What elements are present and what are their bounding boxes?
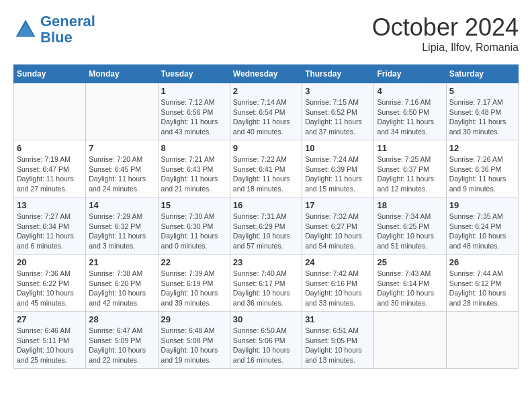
calendar-cell: 7Sunrise: 7:20 AM Sunset: 6:45 PM Daylig… <box>86 140 158 197</box>
calendar-cell: 31Sunrise: 6:51 AM Sunset: 5:05 PM Dayli… <box>302 312 374 369</box>
day-info: Sunrise: 7:27 AM Sunset: 6:34 PM Dayligh… <box>17 212 83 251</box>
calendar-cell <box>446 312 518 369</box>
logo: General Blue <box>13 13 95 46</box>
day-number: 17 <box>305 200 371 210</box>
calendar-cell: 30Sunrise: 6:50 AM Sunset: 5:06 PM Dayli… <box>230 312 302 369</box>
day-number: 2 <box>233 86 299 96</box>
day-info: Sunrise: 6:50 AM Sunset: 5:06 PM Dayligh… <box>233 326 299 365</box>
day-info: Sunrise: 7:43 AM Sunset: 6:14 PM Dayligh… <box>377 269 443 308</box>
day-number: 24 <box>305 257 371 267</box>
calendar-week-row: 13Sunrise: 7:27 AM Sunset: 6:34 PM Dayli… <box>14 197 519 255</box>
weekday-header: Tuesday <box>158 65 230 83</box>
day-number: 16 <box>233 200 299 210</box>
day-number: 14 <box>89 200 154 210</box>
day-info: Sunrise: 6:47 AM Sunset: 5:09 PM Dayligh… <box>89 326 154 365</box>
day-number: 29 <box>161 314 227 324</box>
day-info: Sunrise: 7:25 AM Sunset: 6:37 PM Dayligh… <box>377 154 443 194</box>
day-info: Sunrise: 6:51 AM Sunset: 5:05 PM Dayligh… <box>305 326 371 365</box>
day-info: Sunrise: 7:26 AM Sunset: 6:36 PM Dayligh… <box>449 154 515 194</box>
calendar-cell: 3Sunrise: 7:15 AM Sunset: 6:52 PM Daylig… <box>302 83 374 140</box>
calendar-cell: 28Sunrise: 6:47 AM Sunset: 5:09 PM Dayli… <box>86 312 158 369</box>
day-number: 5 <box>449 86 515 96</box>
weekday-header-row: SundayMondayTuesdayWednesdayThursdayFrid… <box>14 65 519 83</box>
day-number: 19 <box>449 200 515 210</box>
day-info: Sunrise: 7:38 AM Sunset: 6:20 PM Dayligh… <box>89 269 154 308</box>
day-info: Sunrise: 7:24 AM Sunset: 6:39 PM Dayligh… <box>305 154 371 194</box>
calendar-cell: 8Sunrise: 7:21 AM Sunset: 6:43 PM Daylig… <box>158 140 230 197</box>
calendar-cell <box>14 83 86 140</box>
day-info: Sunrise: 7:16 AM Sunset: 6:50 PM Dayligh… <box>377 97 443 137</box>
calendar-cell: 16Sunrise: 7:31 AM Sunset: 6:29 PM Dayli… <box>230 197 302 255</box>
month-title: October 2024 <box>372 13 519 42</box>
calendar-week-row: 6Sunrise: 7:19 AM Sunset: 6:47 PM Daylig… <box>14 140 519 197</box>
day-number: 9 <box>233 143 299 153</box>
calendar-cell: 11Sunrise: 7:25 AM Sunset: 6:37 PM Dayli… <box>374 140 446 197</box>
day-number: 31 <box>305 314 371 324</box>
day-number: 20 <box>17 257 83 267</box>
day-number: 6 <box>17 143 83 153</box>
day-number: 26 <box>449 257 515 267</box>
day-info: Sunrise: 7:15 AM Sunset: 6:52 PM Dayligh… <box>305 97 371 137</box>
weekday-header: Saturday <box>446 65 518 83</box>
day-info: Sunrise: 7:36 AM Sunset: 6:22 PM Dayligh… <box>17 269 83 308</box>
day-info: Sunrise: 7:20 AM Sunset: 6:45 PM Dayligh… <box>89 154 154 194</box>
day-info: Sunrise: 7:21 AM Sunset: 6:43 PM Dayligh… <box>161 154 227 194</box>
day-number: 28 <box>89 314 154 324</box>
calendar-cell: 12Sunrise: 7:26 AM Sunset: 6:36 PM Dayli… <box>446 140 518 197</box>
calendar-week-row: 27Sunrise: 6:46 AM Sunset: 5:11 PM Dayli… <box>14 312 519 369</box>
title-area: October 2024 Lipia, Ilfov, Romania <box>372 13 519 54</box>
day-info: Sunrise: 7:12 AM Sunset: 6:56 PM Dayligh… <box>161 97 227 137</box>
day-number: 22 <box>161 257 227 267</box>
calendar-cell: 14Sunrise: 7:29 AM Sunset: 6:32 PM Dayli… <box>86 197 158 255</box>
day-number: 27 <box>17 314 83 324</box>
calendar-cell: 23Sunrise: 7:40 AM Sunset: 6:17 PM Dayli… <box>230 255 302 312</box>
day-info: Sunrise: 7:35 AM Sunset: 6:24 PM Dayligh… <box>449 212 515 251</box>
calendar-cell: 26Sunrise: 7:44 AM Sunset: 6:12 PM Dayli… <box>446 255 518 312</box>
day-info: Sunrise: 7:31 AM Sunset: 6:29 PM Dayligh… <box>233 212 299 251</box>
calendar-cell: 20Sunrise: 7:36 AM Sunset: 6:22 PM Dayli… <box>14 255 86 312</box>
day-info: Sunrise: 7:30 AM Sunset: 6:30 PM Dayligh… <box>161 212 227 251</box>
calendar-cell: 15Sunrise: 7:30 AM Sunset: 6:30 PM Dayli… <box>158 197 230 255</box>
calendar-cell: 5Sunrise: 7:17 AM Sunset: 6:48 PM Daylig… <box>446 83 518 140</box>
header: General Blue October 2024 Lipia, Ilfov, … <box>13 13 519 54</box>
logo-line2: Blue <box>40 29 73 46</box>
day-info: Sunrise: 7:39 AM Sunset: 6:19 PM Dayligh… <box>161 269 227 308</box>
location-title: Lipia, Ilfov, Romania <box>372 42 519 54</box>
calendar-cell: 13Sunrise: 7:27 AM Sunset: 6:34 PM Dayli… <box>14 197 86 255</box>
svg-marker-1 <box>17 24 34 37</box>
logo-line1: General <box>40 13 95 30</box>
day-number: 3 <box>305 86 371 96</box>
calendar-week-row: 20Sunrise: 7:36 AM Sunset: 6:22 PM Dayli… <box>14 255 519 312</box>
day-info: Sunrise: 7:40 AM Sunset: 6:17 PM Dayligh… <box>233 269 299 308</box>
day-info: Sunrise: 7:29 AM Sunset: 6:32 PM Dayligh… <box>89 212 154 251</box>
weekday-header: Wednesday <box>230 65 302 83</box>
day-info: Sunrise: 7:42 AM Sunset: 6:16 PM Dayligh… <box>305 269 371 308</box>
calendar-cell: 10Sunrise: 7:24 AM Sunset: 6:39 PM Dayli… <box>302 140 374 197</box>
day-info: Sunrise: 7:22 AM Sunset: 6:41 PM Dayligh… <box>233 154 299 194</box>
day-info: Sunrise: 7:44 AM Sunset: 6:12 PM Dayligh… <box>449 269 515 308</box>
day-info: Sunrise: 7:34 AM Sunset: 6:25 PM Dayligh… <box>377 212 443 251</box>
day-number: 12 <box>449 143 515 153</box>
day-number: 8 <box>161 143 227 153</box>
logo-icon <box>13 17 38 42</box>
weekday-header: Friday <box>374 65 446 83</box>
day-number: 1 <box>161 86 227 96</box>
day-info: Sunrise: 7:19 AM Sunset: 6:47 PM Dayligh… <box>17 154 83 194</box>
calendar-cell: 18Sunrise: 7:34 AM Sunset: 6:25 PM Dayli… <box>374 197 446 255</box>
weekday-header: Thursday <box>302 65 374 83</box>
day-info: Sunrise: 6:46 AM Sunset: 5:11 PM Dayligh… <box>17 326 83 365</box>
day-number: 4 <box>377 86 443 96</box>
calendar-cell: 4Sunrise: 7:16 AM Sunset: 6:50 PM Daylig… <box>374 83 446 140</box>
day-info: Sunrise: 7:17 AM Sunset: 6:48 PM Dayligh… <box>449 97 515 137</box>
calendar-cell: 1Sunrise: 7:12 AM Sunset: 6:56 PM Daylig… <box>158 83 230 140</box>
day-number: 10 <box>305 143 371 153</box>
calendar-week-row: 1Sunrise: 7:12 AM Sunset: 6:56 PM Daylig… <box>14 83 519 140</box>
calendar-cell: 27Sunrise: 6:46 AM Sunset: 5:11 PM Dayli… <box>14 312 86 369</box>
day-number: 13 <box>17 200 83 210</box>
calendar-cell: 6Sunrise: 7:19 AM Sunset: 6:47 PM Daylig… <box>14 140 86 197</box>
day-number: 11 <box>377 143 443 153</box>
calendar-cell: 19Sunrise: 7:35 AM Sunset: 6:24 PM Dayli… <box>446 197 518 255</box>
calendar-cell: 29Sunrise: 6:48 AM Sunset: 5:08 PM Dayli… <box>158 312 230 369</box>
calendar-table: SundayMondayTuesdayWednesdayThursdayFrid… <box>13 64 519 369</box>
day-number: 30 <box>233 314 299 324</box>
